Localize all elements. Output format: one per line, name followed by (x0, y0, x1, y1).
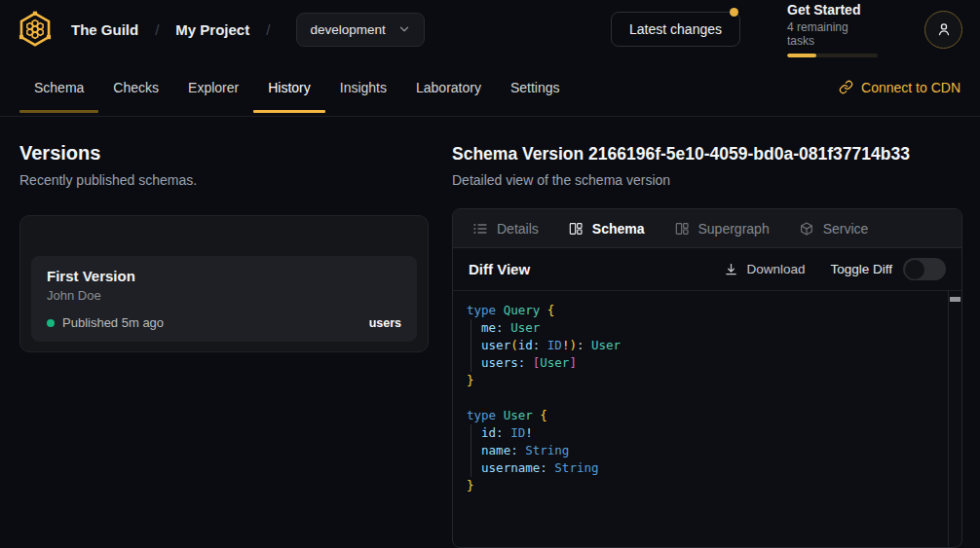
main-nav: SchemaChecksExplorerHistoryInsightsLabor… (0, 58, 980, 117)
breadcrumb: The Guild / My Project / development (16, 10, 425, 49)
toggle-diff-switch[interactable] (903, 258, 946, 280)
chevron-down-icon (397, 22, 411, 36)
code-line: id: ID! (467, 424, 938, 442)
nav-tab-checks[interactable]: Checks (98, 58, 173, 116)
version-service-badge: users (369, 316, 401, 330)
get-started-progressbar (787, 54, 878, 57)
code-line: users: [User] (467, 354, 938, 372)
panel-tab-label: Details (497, 221, 539, 237)
connect-to-cdn-button[interactable]: Connect to CDN (839, 80, 961, 95)
version-author: John Doe (47, 288, 401, 304)
schema-sdl-code[interactable]: type Query { me: User user(id: ID!): Use… (453, 291, 961, 504)
get-started-widget[interactable]: Get Started 4 remaining tasks (787, 2, 878, 57)
top-header: The Guild / My Project / development Lat… (0, 0, 980, 58)
environment-value: development (310, 22, 385, 37)
nav-tabs: SchemaChecksExplorerHistoryInsightsLabor… (19, 58, 575, 116)
diff-toolbar: Diff View Download Toggle Diff (453, 248, 961, 291)
breadcrumb-separator: / (155, 21, 159, 38)
get-started-progress-fill (787, 54, 816, 57)
toggle-diff-knob (905, 260, 924, 279)
download-label: Download (746, 262, 805, 276)
schema-version-panel: DetailsSchemaSupergraphService Diff View… (452, 208, 962, 548)
latest-changes-button[interactable]: Latest changes (611, 12, 740, 47)
nav-tab-history[interactable]: History (253, 58, 325, 116)
org-link[interactable]: The Guild (71, 21, 138, 38)
link-icon (839, 80, 853, 94)
breadcrumb-separator: / (266, 21, 270, 38)
schema-version-title: Schema Version 2166196f-5e10-4059-bd0a-0… (452, 143, 962, 164)
code-line: type User { (467, 407, 938, 424)
nav-tab-laboratory[interactable]: Laboratory (401, 58, 496, 116)
panel-tab-label: Service (823, 221, 869, 237)
download-icon (724, 262, 738, 276)
toggle-diff-label: Toggle Diff (830, 262, 892, 276)
versions-title: Versions (19, 142, 429, 164)
code-line: user(id: ID!): User (467, 337, 938, 354)
version-list-item[interactable]: First Version John Doe Published 5m ago … (31, 256, 417, 342)
code-line: username: String (467, 459, 938, 477)
schema-code-viewer: type Query { me: User user(id: ID!): Use… (453, 291, 961, 547)
code-line: type Query { (467, 302, 938, 319)
code-line: } (467, 372, 938, 389)
code-line: me: User (467, 319, 938, 337)
nav-tab-settings[interactable]: Settings (496, 58, 575, 116)
download-button[interactable]: Download (724, 262, 805, 276)
project-link[interactable]: My Project (175, 21, 249, 38)
versions-card: First Version John Doe Published 5m ago … (19, 215, 429, 352)
hive-logo-icon[interactable] (16, 10, 55, 49)
panel-tab-label: Supergraph (698, 221, 770, 237)
box-icon (799, 221, 814, 237)
panel-tab-supergraph[interactable]: Supergraph (674, 221, 770, 237)
get-started-subtitle: 4 remaining tasks (787, 20, 878, 48)
code-line (467, 389, 938, 407)
columns-icon (568, 221, 584, 237)
main-content: Versions Recently published schemas. Fir… (0, 117, 980, 548)
code-scrollbar-track[interactable] (948, 291, 961, 547)
latest-changes-label: Latest changes (629, 21, 722, 37)
panel-tab-schema[interactable]: Schema (568, 221, 645, 237)
schema-version-subtitle: Detailed view of the schema version (452, 171, 962, 189)
nav-tab-insights[interactable]: Insights (325, 58, 401, 116)
user-avatar[interactable] (924, 11, 962, 49)
panel-tab-details[interactable]: Details (472, 221, 539, 237)
versions-section: Versions Recently published schemas. Fir… (19, 142, 429, 548)
schema-version-section: Schema Version 2166196f-5e10-4059-bd0a-0… (452, 142, 962, 548)
get-started-title: Get Started (787, 2, 878, 18)
panel-tabs: DetailsSchemaSupergraphService (453, 209, 961, 248)
nav-tab-explorer[interactable]: Explorer (173, 58, 253, 116)
version-status: Published 5m ago (62, 315, 164, 330)
person-icon (935, 20, 953, 38)
list-icon (472, 221, 488, 237)
nav-tab-schema[interactable]: Schema (19, 58, 98, 116)
environment-select[interactable]: development (296, 13, 424, 47)
published-status-dot (47, 319, 55, 327)
panel-tab-label: Schema (592, 221, 645, 237)
diff-view-title: Diff View (469, 261, 530, 277)
code-line: name: String (467, 442, 938, 459)
columns-icon (674, 221, 690, 237)
code-scrollbar-thumb[interactable] (950, 297, 961, 302)
versions-subtitle: Recently published schemas. (19, 171, 429, 189)
code-line: } (467, 477, 938, 494)
connect-to-cdn-label: Connect to CDN (861, 80, 961, 95)
notification-dot (730, 8, 738, 17)
panel-tab-service[interactable]: Service (799, 221, 869, 237)
version-name: First Version (47, 268, 401, 285)
